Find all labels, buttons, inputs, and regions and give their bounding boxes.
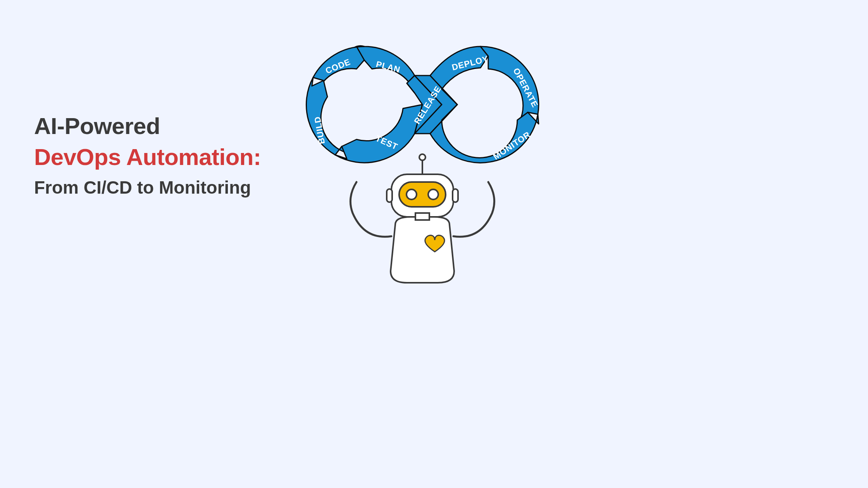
title-line-2: DevOps Automation: xyxy=(34,143,290,171)
svg-rect-6 xyxy=(387,189,392,202)
title-line-3: From CI/CD to Monitoring xyxy=(34,177,290,199)
svg-point-4 xyxy=(406,189,417,199)
robot-icon xyxy=(350,154,494,283)
svg-rect-8 xyxy=(415,213,429,220)
devops-graphic: PLAN CODE BUILD TEST xyxy=(298,39,546,287)
stage-monitor-label: MONITOR xyxy=(491,130,532,162)
diagram-canvas: AI-Powered DevOps Automation: From CI/CD… xyxy=(0,0,564,316)
svg-point-1 xyxy=(419,154,425,160)
devops-svg: PLAN CODE BUILD TEST xyxy=(298,39,546,287)
stage-operate: OPERATE xyxy=(480,46,546,122)
stage-build: BUILD xyxy=(306,77,353,155)
title-line-1: AI-Powered xyxy=(34,112,290,140)
svg-point-5 xyxy=(428,189,438,199)
stage-build-label: BUILD xyxy=(312,116,327,145)
title-block: AI-Powered DevOps Automation: From CI/CD… xyxy=(34,112,290,199)
stage-test: TEST xyxy=(335,105,422,163)
devops-infinity-loop-icon: PLAN CODE BUILD TEST xyxy=(306,39,545,163)
svg-rect-7 xyxy=(453,189,458,202)
